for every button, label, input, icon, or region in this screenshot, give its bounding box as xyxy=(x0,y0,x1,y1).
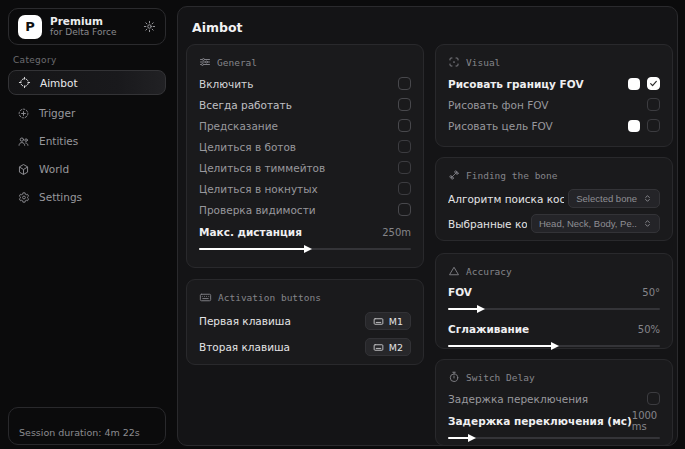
checkbox[interactable] xyxy=(398,77,411,90)
switch-delay-slider[interactable] xyxy=(448,434,660,442)
sidebar-item-label: Settings xyxy=(39,191,82,203)
color-swatch[interactable] xyxy=(628,120,640,132)
session-duration-box: Session duration: 4m 22s xyxy=(8,407,166,445)
sliders-icon xyxy=(199,56,211,68)
setting-label: Рисовать границу FOV xyxy=(448,78,584,90)
triangle-icon xyxy=(448,265,460,277)
section-title: Accuracy xyxy=(466,266,512,277)
setting-label: Выбранные кости xyxy=(448,218,527,230)
checkbox[interactable] xyxy=(398,119,411,132)
select-value: Head, Neck, Body, Pe.. xyxy=(539,218,637,229)
chevron-up-down-icon xyxy=(643,219,652,228)
sidebar-item-aimbot[interactable]: Aimbot xyxy=(8,70,166,95)
sidebar-item-label: Aimbot xyxy=(40,77,78,89)
gear-icon xyxy=(17,191,30,204)
gear-icon[interactable] xyxy=(143,20,156,33)
checkbox[interactable] xyxy=(647,98,660,111)
sidebar-item-world[interactable]: World xyxy=(8,158,166,180)
setting-label: Целиться в ботов xyxy=(199,141,296,153)
slider-value: 50% xyxy=(638,324,660,335)
setting-label: Алгоритм поиска костей xyxy=(448,193,564,205)
select-value: Selected bone xyxy=(576,193,637,204)
setting-label: Сглаживание xyxy=(448,323,529,335)
setting-label: FOV xyxy=(448,286,472,298)
section-title: Visual xyxy=(466,57,500,68)
sidebar-item-label: World xyxy=(39,163,69,175)
premium-header: P Premium for Delta Force xyxy=(8,8,166,45)
chevron-up-down-icon xyxy=(643,194,652,203)
checkbox[interactable] xyxy=(647,77,660,90)
smoothing-slider[interactable] xyxy=(448,342,660,350)
setting-label: Рисовать цель FOV xyxy=(448,120,553,132)
bone-icon xyxy=(448,169,460,181)
keyboard-icon xyxy=(373,316,384,327)
world-icon xyxy=(17,163,30,176)
app-title: Premium xyxy=(50,15,135,27)
setting-label: Всегда работать xyxy=(199,99,292,111)
app-logo: P xyxy=(18,15,42,39)
slider-thumb[interactable] xyxy=(477,305,485,313)
selected-bones-select[interactable]: Head, Neck, Body, Pe.. xyxy=(531,214,660,233)
bone-algorithm-select[interactable]: Selected bone xyxy=(568,189,660,208)
slider-thumb[interactable] xyxy=(468,434,476,442)
keyboard-icon xyxy=(373,342,384,353)
sidebar-item-label: Entities xyxy=(39,135,78,147)
entities-icon xyxy=(17,135,30,148)
sidebar-item-settings[interactable]: Settings xyxy=(8,186,166,208)
visual-card: Visual Рисовать границу FOV Рисовать фон… xyxy=(435,44,673,147)
keybind-value: M1 xyxy=(389,316,403,327)
setting-label: Предсказание xyxy=(199,120,278,132)
setting-label: Задержка переключения (мс) xyxy=(448,415,632,427)
max-distance-slider[interactable] xyxy=(199,245,411,253)
sidebar-item-entities[interactable]: Entities xyxy=(8,130,166,152)
setting-label: Включить xyxy=(199,78,253,90)
section-title: Finding the bone xyxy=(466,170,558,181)
section-title: Switch Delay xyxy=(466,372,535,383)
activation-card: Activation buttons Первая клавиша M1 Вто… xyxy=(186,279,424,365)
setting-label: Макс. дистанция xyxy=(199,226,302,238)
checkbox[interactable] xyxy=(398,140,411,153)
general-card: General Включить Всегда работать Предска… xyxy=(186,44,424,268)
setting-label: Первая клавиша xyxy=(199,315,291,327)
section-title: Activation buttons xyxy=(218,292,321,303)
setting-label: Рисовать фон FOV xyxy=(448,99,549,111)
fov-slider[interactable] xyxy=(448,305,660,313)
slider-value: 250m xyxy=(382,227,411,238)
category-label: Category xyxy=(13,55,57,65)
slider-value: 50° xyxy=(642,287,660,298)
main-panel: Aimbot General Включить Всегда работать … xyxy=(177,6,678,446)
crosshair-icon xyxy=(18,76,31,89)
slider-thumb[interactable] xyxy=(551,342,559,350)
timer-icon xyxy=(448,371,460,383)
setting-label: Задержка переключения xyxy=(448,393,588,405)
setting-label: Целиться в нокнутых xyxy=(199,183,318,195)
checkbox[interactable] xyxy=(647,119,660,132)
sidebar-item-trigger[interactable]: Trigger xyxy=(8,102,166,124)
trigger-icon xyxy=(17,107,30,120)
sidebar-item-label: Trigger xyxy=(39,107,75,119)
setting-label: Целиться в тиммейтов xyxy=(199,162,325,174)
checkbox[interactable] xyxy=(398,98,411,111)
bone-card: Finding the bone Алгоритм поиска костей … xyxy=(435,157,673,241)
color-swatch[interactable] xyxy=(628,78,640,90)
keyboard-icon xyxy=(199,291,212,304)
slider-value: 1000 ms xyxy=(632,410,660,432)
slider-thumb[interactable] xyxy=(304,245,312,253)
fov-frame-icon xyxy=(448,56,460,68)
keybind-button[interactable]: M2 xyxy=(365,338,411,356)
keybind-value: M2 xyxy=(389,342,403,353)
session-duration-label: Session duration: 4m 22s xyxy=(19,427,140,438)
checkbox[interactable] xyxy=(398,203,411,216)
keybind-button[interactable]: M1 xyxy=(365,312,411,330)
setting-label: Проверка видимости xyxy=(199,204,316,216)
checkbox[interactable] xyxy=(398,182,411,195)
accuracy-card: Accuracy FOV 50° Сглаживание 50% xyxy=(435,253,673,349)
checkbox[interactable] xyxy=(398,161,411,174)
section-title: General xyxy=(217,57,257,68)
app-subtitle: for Delta Force xyxy=(50,27,135,37)
checkbox[interactable] xyxy=(647,392,660,405)
page-title: Aimbot xyxy=(192,20,243,35)
setting-label: Вторая клавиша xyxy=(199,341,290,353)
switch-delay-card: Switch Delay Задержка переключения Задер… xyxy=(435,359,673,446)
